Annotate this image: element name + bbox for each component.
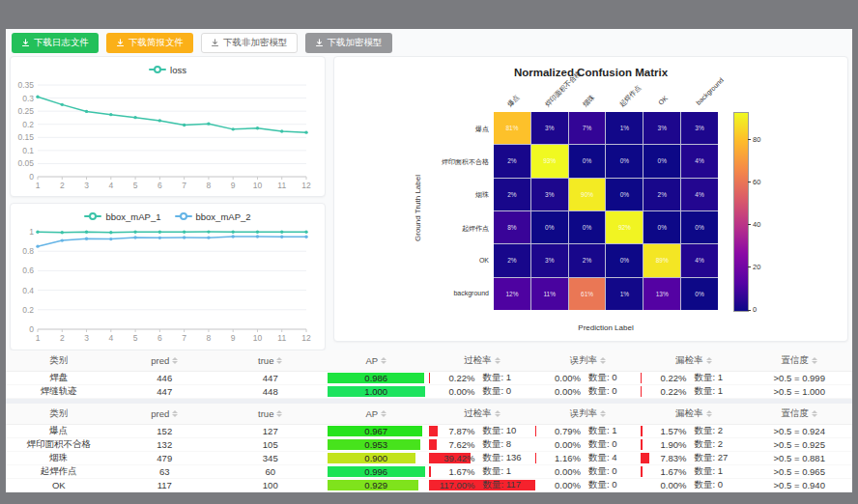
x-axis-tick: 2 [60,181,65,190]
page-frame: 下载日志文件 下载简报文件 下载非加密模型 下载加密模型 loss 00.050… [6,29,852,483]
column-header[interactable]: 漏检率 [641,404,747,425]
rate-percent: 0.00% [539,373,581,383]
x-axis-tick: 6 [157,181,162,190]
rate-count: 数量: 1 [482,465,530,478]
y-axis-tick: 0.35 [17,80,34,90]
x-axis-tick: 11 [277,333,286,343]
legend-item[interactable]: bbox_mAP_2 [175,211,251,222]
miss-cell: 1.90%数量: 2 [641,438,747,452]
toolbar: 下载日志文件 下载简报文件 下载非加密模型 下载加密模型 [12,33,392,53]
rate-count: 数量: 8 [482,438,530,451]
caret-up-icon [706,410,712,413]
column-header[interactable]: 过检率 [429,404,535,425]
sort-icon[interactable] [495,357,500,364]
rate-count: 数量: 1 [694,465,742,478]
x-axis-tick: 7 [182,333,186,343]
misjudge-cell: 0.00%数量: 0 [535,465,642,479]
pred-cell: 479 [112,452,218,465]
rate-bar [429,466,431,477]
column-header[interactable]: 过检率 [429,350,535,372]
sort-icon[interactable] [495,410,500,417]
rate-count: 数量: 0 [588,438,637,451]
sort-icon[interactable] [172,410,178,417]
matrix-cell: 2% [494,244,530,276]
download-plain-model-button[interactable]: 下载非加密模型 [201,33,298,53]
true-cell: 105 [217,438,324,452]
caret-down-icon [495,414,500,417]
category-cell: OK [6,479,112,492]
rate-percent: 0.00% [644,480,686,490]
matrix-col-label: background [695,76,725,106]
matrix-cell: 0% [606,145,643,177]
sort-icon[interactable] [706,410,712,417]
matrix-cell: 3% [531,244,568,276]
sort-icon[interactable] [600,410,606,417]
download-report-button[interactable]: 下载简报文件 [106,33,193,53]
column-header[interactable]: 误判率 [535,350,642,372]
download-icon [21,39,30,47]
sort-icon[interactable] [172,357,178,364]
rate-percent: 0.22% [644,386,686,397]
matrix-cell: 0% [681,211,718,243]
ap-cell: 0.996 [324,465,430,479]
sort-icon[interactable] [812,410,817,417]
confidence-cell: >0.5 = 0.999 [747,372,853,385]
column-header[interactable]: 误判率 [535,404,642,425]
overdetect-cell: 7.62%数量: 8 [429,438,535,452]
rate-count: 数量: 1 [694,372,742,384]
overdetect-cell: 0.00%数量: 0 [429,385,535,399]
confusion-matrix-title: Normalized Confusion Matrix [334,67,847,78]
column-header[interactable]: AP [324,350,430,372]
sort-icon[interactable] [381,410,386,417]
column-header[interactable]: 置信度 [747,350,853,372]
sort-icon[interactable] [600,357,606,364]
matrix-cell: 3% [531,112,568,144]
legend-item[interactable]: loss [149,65,186,75]
legend-item[interactable]: bbox_mAP_1 [84,211,160,222]
header-row: 类别predtrueAP过检率误判率漏检率置信度 [6,404,852,425]
rate-count: 数量: 1 [588,425,637,437]
matrix-cell: 0% [681,278,718,310]
column-header[interactable]: AP [324,404,430,425]
download-icon [211,39,219,47]
ap-cell: 0.953 [324,438,430,452]
confidence-cell: >0.5 = 0.924 [747,425,853,438]
x-axis-tick: 5 [133,333,138,343]
download-encrypted-model-button[interactable]: 下载加密模型 [305,33,392,53]
colorbar-tick-label: 80 [753,135,760,144]
button-label: 下载非加密模型 [223,37,288,49]
pred-cell: 117 [112,479,218,492]
column-header[interactable]: pred [112,350,218,372]
y-axis-tick: 0.2 [22,120,34,129]
matrix-cell: 11% [531,278,568,310]
table-row: OK1171000.929117.00%数量: 1170.00%数量: 00.0… [6,479,852,492]
loss-chart[interactable]: 00.050.10.150.20.250.30.3512345678910111… [11,77,325,197]
caret-up-icon [495,357,500,360]
ground-truth-label: Ground Truth Label [414,175,422,241]
rate-percent: 0.00% [539,480,581,490]
matrix-cell: 0% [606,179,643,210]
category-cell: 焊盘 [6,372,112,385]
column-header[interactable]: 置信度 [747,404,853,425]
sort-icon[interactable] [381,357,386,364]
matrix-cell: 4% [681,145,718,177]
sort-icon[interactable] [706,357,712,364]
column-header[interactable]: pred [112,404,218,425]
matrix-cell: 81% [494,112,530,144]
column-header[interactable]: true [217,350,324,372]
y-axis-tick: 0.15 [17,132,34,142]
rate-count: 数量: 0 [588,479,637,491]
sort-icon[interactable] [276,410,282,417]
column-header-label: 误判率 [570,354,598,367]
caret-down-icon [600,414,606,417]
column-header[interactable]: 漏检率 [641,350,747,372]
sort-icon[interactable] [276,357,282,364]
matrix-cell: 13% [644,278,680,310]
x-axis-tick: 4 [108,181,113,190]
download-log-button[interactable]: 下载日志文件 [12,33,99,53]
map-chart[interactable]: 00.20.40.60.81123456789101112 [11,224,325,350]
rate-bar [535,453,536,463]
sort-icon[interactable] [812,357,817,364]
download-icon [315,39,324,47]
column-header[interactable]: true [217,404,324,425]
